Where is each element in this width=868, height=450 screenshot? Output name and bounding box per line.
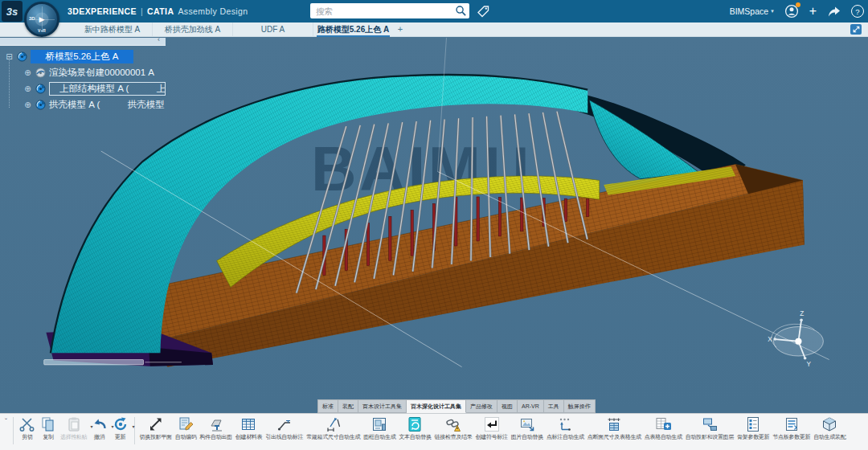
- document-tab[interactable]: UDF A: [232, 22, 313, 37]
- application-window: 3s 3DEXPERIENCE | CATIA Assembly Design …: [0, 0, 868, 450]
- drawing-frame-icon: [371, 415, 388, 433]
- ribbon-tab[interactable]: 百木设计工具集: [358, 399, 407, 413]
- tree-scroll-strip[interactable]: ‹: [0, 38, 166, 46]
- frame-auto-generate-button[interactable]: 图框自动生成: [362, 414, 397, 441]
- undo-button[interactable]: 撤消 ▾: [89, 414, 110, 441]
- search-box: [310, 3, 469, 18]
- switch-projection-plane-button[interactable]: 切换投影平面: [138, 414, 174, 441]
- tree-item-render-scene[interactable]: ⊕ 渲染场景创建00000001 A: [0, 64, 193, 80]
- point-section-table-generate-button[interactable]: 点断面尺寸及表格生成: [586, 414, 643, 441]
- tree-item-label-selected[interactable]: 桥模型5.26上色 A: [31, 50, 133, 63]
- chevron-down-icon: ▾: [771, 8, 774, 14]
- ribbon-tab[interactable]: 触屏操作: [564, 399, 596, 413]
- expand-window-button[interactable]: [850, 24, 862, 35]
- ribbon-tab[interactable]: 标准: [317, 399, 338, 413]
- scissors-icon: [18, 415, 36, 433]
- ribbon-tab-active[interactable]: 百木深化设计工具集: [407, 399, 466, 413]
- point-annotation-auto-generate-button[interactable]: 点标注自动生成: [545, 414, 586, 441]
- logo-glyph: 3s: [6, 6, 18, 18]
- gusset-param-update-button[interactable]: 节点板参数更新: [771, 414, 812, 441]
- tree-item-arch-shell[interactable]: ⊕ 拱壳模型 A ( 拱壳模型: [0, 96, 193, 112]
- point-annotation-icon: [556, 415, 574, 433]
- ribbon-tab[interactable]: 视图: [497, 399, 518, 413]
- text-replace-icon: [406, 415, 424, 433]
- render-scene-icon: [35, 68, 46, 78]
- text-auto-replace-button[interactable]: 文本自动替换: [397, 414, 432, 441]
- tree-item-label[interactable]: 渲染场景创建00000001 A: [49, 67, 154, 79]
- tag-icon[interactable]: [476, 4, 490, 18]
- parameter-list-icon: [744, 415, 762, 433]
- toolbar-separator: [13, 417, 14, 444]
- expand-arrows-icon: [853, 26, 860, 33]
- module-name: Assembly Design: [178, 6, 248, 16]
- dropdown-caret-icon[interactable]: ▾: [133, 423, 135, 429]
- app-name: CATIA: [147, 6, 174, 16]
- chevron-left-icon[interactable]: ‹: [158, 37, 160, 43]
- ribbon-tab[interactable]: AR-VR: [518, 399, 544, 413]
- component-auto-drawing-button[interactable]: 构件自动出图: [199, 414, 234, 441]
- auto-projection-layer-button[interactable]: 自动投影和设置图层: [684, 414, 735, 441]
- ribbon-tab[interactable]: 装配: [338, 399, 358, 413]
- document-tab-active[interactable]: 路桥模型5.26上色 A: [313, 22, 393, 37]
- drawing-icon: [207, 415, 225, 433]
- document-tab-bar: 新中路桥模型 A 桥拱壳加劲线 A UDF A 路桥模型5.26上色 A +: [0, 22, 868, 37]
- link-check-results-button[interactable]: 链接检查及结果: [433, 414, 474, 441]
- new-tab-button[interactable]: +: [393, 22, 407, 37]
- auto-numbering-button[interactable]: 自动编码: [174, 414, 199, 441]
- copy-button[interactable]: 复制: [38, 414, 59, 441]
- share-icon[interactable]: [827, 6, 841, 18]
- tree-item-root[interactable]: ⊟ 桥模型5.26上色 A: [0, 48, 193, 64]
- cut-button[interactable]: 剪切: [17, 414, 38, 441]
- document-tab[interactable]: 新中路桥模型 A: [72, 22, 152, 37]
- paste-special-button[interactable]: 选择性粘贴 ▾: [59, 414, 89, 441]
- action-toolbar: ˇ 剪切 复制 选择性粘贴 ▾: [0, 413, 868, 450]
- link-warning-icon: [444, 415, 462, 433]
- compass-vr-label[interactable]: V+R: [38, 28, 46, 33]
- update-button[interactable]: 更新 ▾: [110, 414, 131, 441]
- document-tab[interactable]: 桥拱壳加劲线 A: [152, 22, 232, 37]
- toolbar-overflow-caret[interactable]: ˇ: [0, 414, 10, 425]
- view-axes-robot[interactable]: X Z Y: [768, 310, 823, 368]
- 3d-compass-widget[interactable]: ▶ 3D V+R: [24, 2, 59, 37]
- point-table-auto-generate-button[interactable]: 点表格自动生成: [643, 414, 684, 441]
- copy-icon: [39, 415, 57, 433]
- cube-icon: [821, 415, 838, 433]
- ribbon-tab[interactable]: 产品修改: [466, 399, 497, 413]
- tree-item-label-boxed[interactable]: 上部结构模型 A ( 上部: [49, 82, 166, 96]
- expand-icon[interactable]: ⊕: [23, 68, 32, 77]
- ribbon-tab[interactable]: 工具: [544, 399, 564, 413]
- component-icon: [35, 84, 46, 94]
- leader-auto-annotation-button[interactable]: 引出线自动标注: [264, 414, 305, 441]
- workspace-selector[interactable]: BIMSpace ▾: [730, 6, 774, 16]
- search-input[interactable]: [310, 3, 454, 18]
- 3d-viewport[interactable]: BAIMU: [0, 37, 868, 413]
- create-symbol-annotation-button[interactable]: 创建符号标注: [473, 414, 509, 441]
- skeleton-param-update-button[interactable]: 骨架参数更新: [735, 414, 771, 441]
- tree-item-label[interactable]: 拱壳模型 A ( 拱壳模型: [49, 99, 165, 111]
- undo-icon: [91, 415, 108, 433]
- image-replace-icon: [518, 415, 536, 433]
- search-icon[interactable]: [455, 5, 467, 17]
- projection-icon: [701, 415, 719, 433]
- expand-icon[interactable]: ⊕: [23, 84, 32, 93]
- tree-item-upper-structure[interactable]: ⊕ 上部结构模型 A ( 上部: [0, 80, 193, 96]
- expand-icon[interactable]: ⊕: [23, 100, 32, 109]
- title-bar: 3s 3DEXPERIENCE | CATIA Assembly Design …: [0, 0, 868, 22]
- compass-3d-label[interactable]: 3D: [29, 16, 35, 21]
- image-auto-replace-button[interactable]: 图片自动替换: [510, 414, 545, 441]
- swap-arrows-icon: [147, 415, 165, 433]
- auto-generate-assembly-button[interactable]: 自动生成装配: [812, 414, 847, 441]
- play-icon[interactable]: ▶: [35, 13, 49, 27]
- table-icon: [240, 415, 257, 433]
- create-material-table-button[interactable]: 创建材料表: [234, 414, 264, 441]
- workspace-label: BIMSpace: [730, 6, 768, 16]
- add-content-button[interactable]: +: [809, 5, 817, 18]
- document-tabs: 新中路桥模型 A 桥拱壳加劲线 A UDF A 路桥模型5.26上色 A +: [72, 22, 407, 37]
- 3ds-logo-icon[interactable]: 3s: [2, 1, 23, 22]
- ribbon-section-tabs: 标准 装配 百木设计工具集 百木深化设计工具集 产品修改 视图 AR-VR 工具…: [317, 399, 596, 413]
- user-account-button[interactable]: [784, 4, 799, 18]
- collapse-icon[interactable]: ⊟: [5, 52, 14, 61]
- help-button[interactable]: ?: [851, 5, 864, 18]
- box-dimension-auto-generate-button[interactable]: 常规箱式尺寸自动生成: [305, 414, 362, 441]
- help-glyph: ?: [855, 7, 859, 16]
